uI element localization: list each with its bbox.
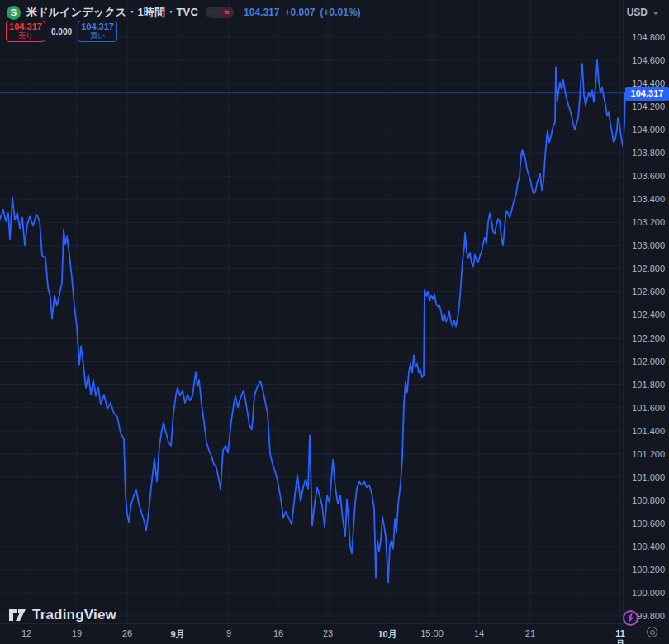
time-axis-label: 10月 (377, 628, 396, 641)
price-axis-label: 100.400 (632, 542, 665, 552)
price-change: +0.007 (284, 7, 315, 18)
price-axis-label: 104.000 (632, 125, 665, 135)
price-axis-label: 101.200 (632, 449, 665, 459)
price-axis-label: 101.600 (632, 403, 665, 413)
price-axis-label: 104.200 (632, 102, 665, 111)
time-axis-label: 9 (226, 628, 231, 638)
buy-button[interactable]: 104.317 買い (78, 21, 117, 42)
buy-price: 104.317 (78, 22, 116, 31)
price-chart-canvas[interactable] (0, 0, 669, 644)
lightning-icon (627, 613, 634, 623)
tradingview-logo-text: TradingView (32, 607, 116, 623)
time-axis-label: 14 (474, 628, 484, 638)
last-price: 104.317 (244, 7, 279, 18)
current-price-label: 104.317 (625, 87, 669, 101)
price-axis-label: 104.600 (632, 55, 665, 65)
price-axis-label: 100.200 (632, 565, 665, 575)
price-axis-label: 104.800 (632, 32, 665, 42)
sell-price: 104.317 (7, 22, 45, 31)
time-axis-label: 9月 (170, 628, 184, 641)
price-axis-label: 102.000 (632, 357, 665, 367)
price-axis-label: 103.800 (632, 148, 665, 158)
time-axis-label: 21 (525, 628, 535, 638)
scroll-to-realtime-button[interactable] (647, 627, 657, 637)
price-axis-label: 102.800 (632, 263, 665, 273)
tradingview-chart-window: S 米ドルインデックス・1時間・TVC − ≈ 104.317 +0.007 (… (0, 0, 669, 644)
price-axis-label: 101.400 (632, 426, 665, 436)
price-axis-label: 100.600 (632, 519, 665, 528)
time-axis[interactable]: 1219269月9162310月15:00142111月 (0, 623, 624, 644)
spread-value: 0.000 (45, 27, 78, 36)
chevron-down-icon (652, 12, 659, 15)
symbol-title[interactable]: 米ドルインデックス・1時間・TVC (26, 5, 198, 20)
price-axis-label: 100.000 (632, 588, 665, 598)
price-axis-label: 99.800 (637, 611, 665, 621)
currency-selector[interactable]: USD (622, 4, 664, 21)
price-line-series (0, 60, 625, 582)
symbol-header: S 米ドルインデックス・1時間・TVC − ≈ 104.317 +0.007 (… (7, 5, 361, 20)
price-axis-label: 103.400 (632, 194, 665, 204)
price-axis-label: 102.600 (632, 286, 665, 296)
price-axis-label: 101.800 (632, 380, 665, 390)
quote-readout: 104.317 +0.007 (+0.01%) (244, 7, 360, 18)
time-axis-label: 23 (323, 628, 333, 638)
price-axis-label: 102.400 (632, 310, 665, 320)
market-status-pill[interactable]: − ≈ (206, 7, 234, 18)
sell-button[interactable]: 104.317 売り (6, 21, 45, 42)
currency-label: USD (627, 7, 648, 18)
time-axis-label: 26 (122, 628, 132, 638)
time-axis-label: 16 (273, 628, 283, 638)
price-change-percent: (+0.01%) (320, 7, 361, 18)
session-dash-icon: − (206, 7, 220, 18)
tradingview-logo[interactable]: TradingView (8, 607, 116, 623)
boost-flash-button[interactable] (623, 610, 638, 626)
price-axis-label: 103.600 (632, 171, 665, 181)
price-axis-label: 103.200 (632, 217, 665, 227)
time-axis-label: 19 (72, 628, 82, 638)
buy-label: 買い (78, 31, 116, 40)
price-axis-label: 102.200 (632, 334, 665, 343)
time-axis-label: 12 (21, 628, 31, 638)
price-axis-label: 101.000 (632, 472, 665, 482)
circle-dot-icon (650, 630, 655, 635)
tradingview-logo-icon (8, 607, 26, 623)
time-axis-label: 15:00 (420, 628, 444, 638)
market-closed-icon: ≈ (220, 7, 234, 18)
sell-label: 売り (7, 31, 45, 40)
time-axis-label: 11月 (615, 628, 625, 644)
symbol-logo-icon: S (7, 6, 21, 20)
order-panel: 104.317 売り 0.000 104.317 買い (6, 21, 117, 42)
price-axis-label: 103.000 (632, 240, 665, 250)
price-axis-label: 100.800 (632, 495, 665, 505)
